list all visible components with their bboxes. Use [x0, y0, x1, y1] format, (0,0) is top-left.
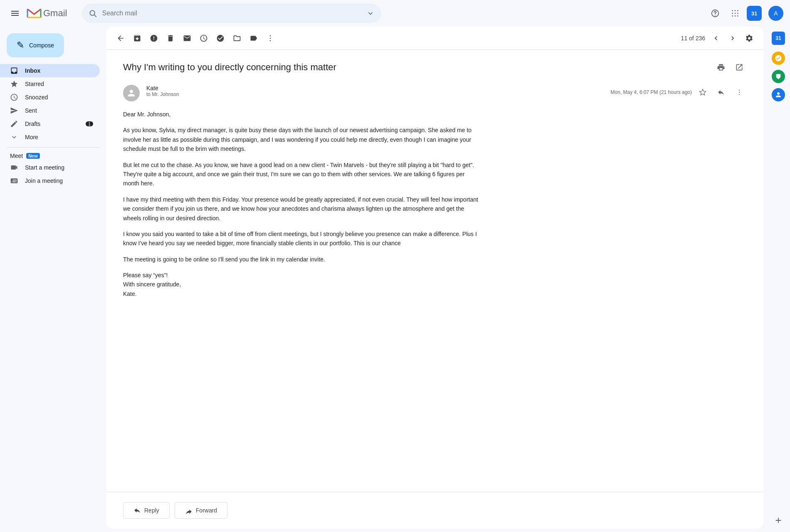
- report-spam-button[interactable]: [146, 31, 161, 46]
- sidebar-more-label: More: [25, 134, 93, 140]
- print-icon: [717, 63, 725, 71]
- help-button[interactable]: [707, 5, 723, 22]
- user-avatar[interactable]: A: [768, 6, 783, 21]
- right-sidebar-contacts[interactable]: [770, 86, 787, 103]
- svg-point-3: [715, 15, 716, 16]
- email-subject: Why I'm writing to you directly concerni…: [123, 60, 747, 75]
- topbar-right: 31 A: [707, 5, 783, 22]
- email-body-p4: I know you said you wanted to take a bit…: [123, 229, 481, 248]
- email-toolbar: 11 of 236: [106, 27, 763, 50]
- prev-arrow-icon: [712, 34, 720, 42]
- settings-button[interactable]: [742, 31, 757, 46]
- svg-point-7: [732, 13, 733, 14]
- svg-point-4: [732, 10, 733, 11]
- back-button[interactable]: [113, 31, 128, 46]
- meet-label-text: Meet: [10, 153, 23, 159]
- add-icon: [774, 516, 783, 525]
- tasks-icon: [775, 54, 782, 62]
- archive-icon: [133, 34, 141, 42]
- main-layout: ✎ Compose Inbox Starred Snoozed: [0, 27, 790, 532]
- forward-button[interactable]: Forward: [175, 502, 227, 519]
- message-more-button[interactable]: [732, 85, 747, 100]
- print-button[interactable]: [713, 60, 728, 75]
- content-area: 11 of 236 Why I'm writing to you directl…: [106, 27, 790, 532]
- compose-button[interactable]: ✎ Compose: [7, 33, 64, 57]
- right-sidebar-add[interactable]: [770, 512, 787, 529]
- settings-icon: [745, 34, 753, 42]
- svg-point-8: [735, 13, 736, 14]
- email-body: Dear Mr. Johnson, As you know, Sylvia, m…: [123, 110, 481, 298]
- move-to-button[interactable]: [230, 31, 244, 46]
- search-input[interactable]: [102, 10, 361, 17]
- more-options-button[interactable]: [263, 31, 278, 46]
- open-in-new-button[interactable]: [732, 60, 747, 75]
- sidebar-item-starred[interactable]: Starred: [0, 77, 100, 91]
- calendar-avatar[interactable]: 31: [747, 6, 762, 21]
- sidebar-item-sent[interactable]: Sent: [0, 104, 100, 117]
- help-icon: [711, 9, 720, 18]
- compose-plus-icon: ✎: [17, 40, 24, 51]
- star-message-button[interactable]: [695, 85, 710, 100]
- mark-unread-button[interactable]: [180, 31, 195, 46]
- sidebar-item-drafts-label: Drafts: [25, 121, 79, 127]
- delete-button[interactable]: [163, 31, 178, 46]
- reply-inline-icon: [717, 89, 725, 96]
- move-to-icon: [233, 34, 241, 42]
- chevron-down-icon: [10, 133, 18, 141]
- task-button[interactable]: [213, 31, 228, 46]
- email-panel: 11 of 236 Why I'm writing to you directl…: [106, 27, 763, 529]
- apps-button[interactable]: [727, 5, 743, 22]
- compose-label: Compose: [29, 42, 54, 49]
- gmail-logo[interactable]: Gmail: [27, 7, 67, 19]
- right-sidebar-calendar[interactable]: 31: [770, 30, 787, 47]
- svg-point-14: [270, 37, 271, 39]
- email-body-p3: I have my third meeting with them this F…: [123, 195, 481, 223]
- email-body-p1: As you know, Sylvia, my direct manager, …: [123, 126, 481, 153]
- snooze-icon: [200, 34, 208, 42]
- sender-to: to Mr. Johnson: [146, 91, 604, 97]
- forward-label: Forward: [196, 507, 217, 514]
- star-message-icon: [699, 89, 706, 96]
- sidebar-item-start-meeting[interactable]: Start a meeting: [0, 161, 100, 174]
- person-icon: [126, 88, 136, 98]
- svg-point-5: [735, 10, 736, 11]
- sidebar-item-drafts[interactable]: Drafts 1: [0, 117, 100, 131]
- right-sidebar-tasks[interactable]: [770, 50, 787, 66]
- svg-point-17: [739, 92, 740, 93]
- right-sidebar-keep[interactable]: [770, 68, 787, 85]
- svg-point-16: [739, 90, 740, 91]
- archive-button[interactable]: [130, 31, 145, 46]
- drafts-badge: 1: [86, 121, 93, 126]
- sender-info: Kate to Mr. Johnson: [146, 85, 604, 97]
- email-body-p2: But let me cut to the chase. As you know…: [123, 160, 481, 188]
- email-content: Why I'm writing to you directly concerni…: [106, 50, 763, 492]
- star-icon: [10, 80, 18, 88]
- sender-name: Kate: [146, 85, 604, 91]
- prev-email-button[interactable]: [709, 31, 723, 46]
- spam-icon: [150, 34, 158, 42]
- drafts-icon: [10, 120, 18, 128]
- reply-button[interactable]: Reply: [123, 502, 170, 519]
- video-icon: [10, 163, 18, 172]
- search-dropdown-icon[interactable]: [366, 9, 375, 17]
- sidebar-item-join-meeting[interactable]: Join a meeting: [0, 174, 100, 187]
- pagination-text: 11 of 236: [681, 35, 705, 42]
- sidebar-item-snoozed-label: Snoozed: [25, 94, 93, 101]
- sidebar-item-more[interactable]: More: [0, 131, 100, 144]
- sidebar-item-inbox[interactable]: Inbox: [0, 64, 100, 77]
- label-button[interactable]: [246, 31, 261, 46]
- sidebar-item-snoozed[interactable]: Snoozed: [0, 91, 100, 104]
- email-body-p0: Dear Mr. Johnson,: [123, 110, 481, 119]
- email-actions: Reply Forward: [106, 492, 763, 529]
- search-bar: [82, 4, 381, 23]
- back-arrow-icon: [116, 34, 125, 42]
- email-subject-icons: [713, 60, 747, 75]
- hamburger-button[interactable]: [7, 5, 23, 22]
- right-sidebar: 31: [767, 27, 790, 532]
- sidebar-item-starred-label: Starred: [25, 81, 93, 87]
- keyboard-icon: [10, 177, 18, 185]
- svg-point-11: [735, 15, 736, 17]
- reply-inline-button[interactable]: [713, 85, 728, 100]
- snooze-button[interactable]: [196, 31, 211, 46]
- next-email-button[interactable]: [725, 31, 740, 46]
